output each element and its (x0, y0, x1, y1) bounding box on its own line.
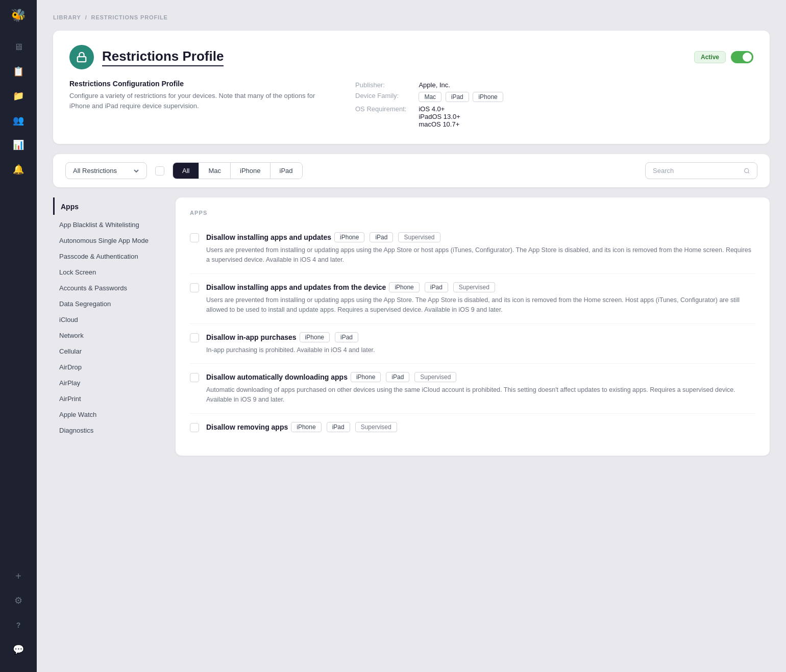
restriction-name-4: Disallow automatically downloading apps (206, 373, 348, 381)
tag-iphone-1: iPhone (334, 232, 364, 242)
profile-description: Restrictions Configuration Profile Confi… (69, 80, 325, 130)
tag-supervised-1: Supervised (398, 232, 440, 242)
tab-mac[interactable]: Mac (199, 163, 231, 179)
sidebar-item-folder[interactable]: 📁 (8, 86, 29, 106)
restriction-body-5: Disallow removing apps iPhone iPad Super… (206, 422, 755, 435)
tag-iphone-2: iPhone (389, 282, 419, 292)
profile-info: Publisher: Apple, Inc. Device Family: Ma… (355, 80, 505, 130)
breadcrumb-library[interactable]: LIBRARY (53, 14, 81, 20)
os-ios: iOS 4.0+ (419, 105, 505, 113)
active-toggle-switch[interactable] (731, 51, 753, 63)
sidebar-item-help[interactable]: ? (8, 615, 29, 635)
left-nav-item-airprint[interactable]: AirPrint (53, 391, 165, 407)
restriction-checkbox-1[interactable] (190, 233, 199, 242)
restriction-checkbox-2[interactable] (190, 283, 199, 292)
restriction-title-row-5: Disallow removing apps iPhone iPad Super… (206, 422, 755, 432)
publisher-value: Apple, Inc. (419, 80, 505, 90)
restriction-title-row-1: Disallow installing apps and updates iPh… (206, 232, 755, 242)
restriction-title-row-3: Disallow in-app purchases iPhone iPad (206, 332, 755, 342)
sidebar: 🐝 🖥 📋 📁 👥 📊 🔔 + ⚙ ? 💬 (0, 0, 37, 672)
search-icon (744, 167, 750, 175)
sidebar-item-chat[interactable]: 💬 (8, 639, 29, 660)
restriction-body-4: Disallow automatically downloading apps … (206, 372, 755, 405)
sidebar-item-add[interactable]: + (8, 566, 29, 586)
tag-iphone-4: iPhone (351, 372, 381, 382)
tag-ipad-5: iPad (327, 422, 350, 432)
description-text: Configure a variety of restrictions for … (69, 91, 325, 111)
search-box (645, 162, 757, 179)
breadcrumb-current: RESTRICTIONS PROFILE (91, 14, 168, 20)
left-nav-item-lock-screen[interactable]: Lock Screen (53, 264, 165, 280)
sidebar-item-bell[interactable]: 🔔 (8, 159, 29, 180)
tag-supervised-4: Supervised (414, 372, 456, 382)
restriction-title-row-4: Disallow automatically downloading apps … (206, 372, 755, 382)
restriction-name-2: Disallow installing apps and updates fro… (206, 283, 386, 291)
restriction-desc-3: In-app purchasing is prohibited. Availab… (206, 345, 755, 355)
tag-mac: Mac (419, 92, 441, 102)
device-family-label: Device Family: (355, 90, 419, 104)
left-nav-item-icloud[interactable]: iCloud (53, 312, 165, 328)
page-title: Restrictions Profile (102, 48, 224, 66)
os-ipados: iPadOS 13.0+ (419, 113, 505, 120)
content-layout: Apps App Blacklist & Whitelisting Autono… (53, 197, 770, 456)
left-nav-item-accounts[interactable]: Accounts & Passwords (53, 280, 165, 296)
restriction-body-1: Disallow installing apps and updates iPh… (206, 232, 755, 265)
left-nav-item-network[interactable]: Network (53, 328, 165, 343)
left-nav-item-airplay[interactable]: AirPlay (53, 375, 165, 391)
tab-ipad[interactable]: iPad (271, 163, 302, 179)
tag-ipad-2: iPad (425, 282, 448, 292)
left-nav-item-data-seg[interactable]: Data Segregation (53, 296, 165, 312)
restriction-body-3: Disallow in-app purchases iPhone iPad In… (206, 332, 755, 355)
restriction-checkbox-4[interactable] (190, 373, 199, 382)
main-content: LIBRARY / RESTRICTIONS PROFILE Restricti… (37, 0, 786, 672)
restriction-name-3: Disallow in-app purchases (206, 333, 297, 341)
filter-bar: All Restrictions All Mac iPhone iPad (53, 154, 770, 187)
profile-header: Restrictions Profile Active (69, 45, 753, 69)
active-toggle: Active (694, 51, 753, 63)
os-macos: macOS 10.7+ (419, 120, 505, 128)
profile-icon (69, 45, 94, 69)
sidebar-item-users[interactable]: 👥 (8, 110, 29, 131)
search-input[interactable] (653, 167, 740, 175)
sidebar-item-monitor[interactable]: 🖥 (8, 37, 29, 57)
left-nav-item-diagnostics[interactable]: Diagnostics (53, 422, 165, 438)
left-nav-item-blacklist[interactable]: App Blacklist & Whitelisting (53, 217, 165, 233)
restriction-item: Disallow automatically downloading apps … (190, 364, 755, 414)
filter-dropdown[interactable]: All Restrictions (65, 162, 147, 179)
restriction-desc-4: Automatic downloading of apps purchased … (206, 385, 755, 405)
left-nav-item-cellular[interactable]: Cellular (53, 343, 165, 359)
sidebar-item-settings[interactable]: ⚙ (8, 590, 29, 611)
restriction-desc-2: Users are prevented from installing or u… (206, 295, 755, 315)
left-nav: Apps App Blacklist & Whitelisting Autono… (53, 197, 165, 456)
os-req-label: OS Requirement: (355, 104, 419, 130)
tag-ipad: iPad (446, 92, 469, 102)
svg-rect-0 (78, 57, 86, 62)
filter-checkbox[interactable] (155, 166, 164, 176)
sidebar-item-analytics[interactable]: 📊 (8, 135, 29, 155)
tag-supervised-5: Supervised (355, 422, 397, 432)
breadcrumb: LIBRARY / RESTRICTIONS PROFILE (53, 14, 770, 20)
left-nav-item-passcode[interactable]: Passcode & Authentication (53, 248, 165, 264)
tag-ipad-3: iPad (335, 332, 358, 342)
restriction-checkbox-5[interactable] (190, 423, 199, 432)
tag-ipad-4: iPad (386, 372, 409, 382)
tab-iphone[interactable]: iPhone (231, 163, 270, 179)
restriction-body-2: Disallow installing apps and updates fro… (206, 282, 755, 315)
device-family-tags: Mac iPad iPhone (419, 90, 505, 104)
description-title: Restrictions Configuration Profile (69, 80, 325, 88)
tag-ipad-1: iPad (370, 232, 393, 242)
restriction-title-row-2: Disallow installing apps and updates fro… (206, 282, 755, 292)
tab-all[interactable]: All (173, 163, 199, 179)
restriction-item: Disallow in-app purchases iPhone iPad In… (190, 324, 755, 364)
tab-group: All Mac iPhone iPad (173, 162, 303, 179)
restriction-desc-1: Users are prevented from installing or u… (206, 245, 755, 265)
left-nav-item-apple-watch[interactable]: Apple Watch (53, 407, 165, 422)
left-nav-item-single-app[interactable]: Autonomous Single App Mode (53, 233, 165, 248)
tag-supervised-2: Supervised (453, 282, 495, 292)
publisher-label: Publisher: (355, 80, 419, 90)
tag-iphone: iPhone (473, 92, 503, 102)
os-req-values: iOS 4.0+ iPadOS 13.0+ macOS 10.7+ (419, 104, 505, 130)
sidebar-item-reports[interactable]: 📋 (8, 61, 29, 82)
restriction-checkbox-3[interactable] (190, 333, 199, 342)
left-nav-item-airdrop[interactable]: AirDrop (53, 359, 165, 375)
